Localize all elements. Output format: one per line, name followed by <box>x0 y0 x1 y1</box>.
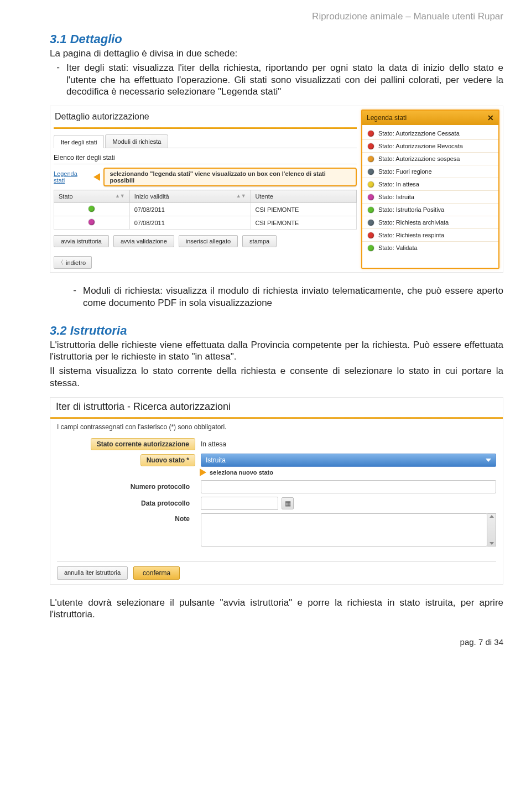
page-footer: pag. 7 di 34 <box>50 637 503 647</box>
section-3-2-p1: L'istruttoria delle richieste viene effe… <box>50 339 503 363</box>
hint-text: seleziona nuovo stato <box>210 469 273 476</box>
legend-item: Stato: In attesa <box>362 178 498 191</box>
bullet-iter-stati: - Iter degli stati: visualizza l'iter de… <box>50 62 503 98</box>
legend-panel-title: Legenda stati <box>367 114 407 122</box>
legend-item: Stato: Istruita <box>362 191 498 204</box>
avvia-istruttoria-button[interactable]: avvia istruttoria <box>54 235 109 247</box>
nuovo-stato-selected: Istruita <box>206 456 226 464</box>
sort-icon: ▲▼ <box>236 193 246 199</box>
legend-item: Stato: Validata <box>362 242 498 254</box>
status-dot-icon <box>368 194 374 200</box>
tab-moduli-richiesta[interactable]: Moduli di richiesta <box>105 134 168 148</box>
separator <box>57 561 496 562</box>
close-icon[interactable]: ✕ <box>487 113 494 122</box>
legend-item: Stato: Autorizzazione Cessata <box>362 127 498 140</box>
arrow-left-icon <box>93 173 100 181</box>
tab-bar: Iter degli stati Moduli di richiesta <box>54 134 357 148</box>
status-dot-icon <box>368 245 374 251</box>
note-textarea[interactable] <box>201 513 487 546</box>
section-3-1-heading: 3.1 Dettaglio <box>50 32 503 46</box>
scrollbar[interactable] <box>487 513 496 546</box>
nuovo-stato-select[interactable]: Istruita <box>201 454 496 467</box>
bullet-dash: - <box>50 62 66 98</box>
status-dot-icon <box>368 169 374 175</box>
legend-item: Stato: Richiesta archiviata <box>362 216 498 229</box>
status-dot-icon <box>368 131 374 137</box>
form-title: Iter di istruttoria - Ricerca autorizzaz… <box>50 398 503 417</box>
status-dot-icon <box>368 220 374 226</box>
sort-icon: ▲▼ <box>115 193 125 199</box>
section-3-2-p2: Il sistema visualizza lo stato corrente … <box>50 365 503 389</box>
callout-legenda: selezionando "legenda stati" viene visua… <box>103 168 357 186</box>
section-3-1-intro: La pagina di dettaglio è divisa in due s… <box>50 48 503 60</box>
col-utente[interactable]: Utente <box>251 190 356 203</box>
numero-protocollo-input[interactable] <box>201 480 496 493</box>
legend-item: Stato: Richiesta respinta <box>362 229 498 242</box>
annulla-button[interactable]: annulla iter istruttoria <box>57 566 128 580</box>
stampa-button[interactable]: stampa <box>242 235 277 247</box>
indietro-label: indietro <box>66 259 86 266</box>
tab-iter-stati[interactable]: Iter degli stati <box>54 135 104 148</box>
chevron-down-icon <box>486 459 491 462</box>
mandatory-note: I campi contrassegnati con l'asterisco (… <box>50 422 503 436</box>
section-3-2-heading: 3.2 Istruttoria <box>50 324 503 338</box>
status-dot-icon <box>88 206 95 212</box>
col-stato[interactable]: Stato▲▼ <box>54 190 130 203</box>
closing-paragraph: L'utente dovrà selezionare il pulsante "… <box>50 597 503 621</box>
status-dot-icon <box>368 207 374 213</box>
action-button-row: avvia istruttoria avvia validazione inse… <box>54 235 357 247</box>
label-data-protocollo: Data protocollo <box>136 498 195 509</box>
iter-table: Stato▲▼ Inizio validità▲▼ Utente 07/08/2… <box>54 190 357 230</box>
hint-row: seleziona nuovo stato <box>50 469 503 478</box>
data-protocollo-input[interactable] <box>201 497 278 510</box>
status-dot-icon <box>368 181 374 188</box>
row-note: Note <box>50 512 503 548</box>
doc-header: Riproduzione animale – Manuale utenti Ru… <box>50 11 503 22</box>
label-note: Note <box>169 513 195 524</box>
table-row: 07/08/2011 CSI PIEMONTE <box>54 203 357 216</box>
bullet-moduli-richiesta: - Moduli di richiesta: visualizza il mod… <box>66 285 503 309</box>
status-dot-icon <box>88 219 95 225</box>
label-nuovo-stato: Nuovo stato * <box>140 454 195 466</box>
accent-bar <box>54 127 357 129</box>
chevron-up-icon <box>490 515 494 518</box>
legend-item: Stato: Autorizzazione Revocata <box>362 140 498 153</box>
cell-user: CSI PIEMONTE <box>251 216 356 230</box>
bullet-dash: - <box>66 285 83 309</box>
accent-bar <box>50 417 503 419</box>
screenshot-iter-istruttoria: Iter di istruttoria - Ricerca autorizzaz… <box>50 397 503 585</box>
col-inizio[interactable]: Inizio validità▲▼ <box>129 190 251 203</box>
legenda-stati-panel: Legenda stati ✕ Stato: Autorizzazione Ce… <box>361 110 499 269</box>
inserisci-allegato-button[interactable]: inserisci allegato <box>179 235 238 247</box>
chevron-left-icon: 〈 <box>58 258 64 267</box>
arrow-right-icon <box>200 469 206 476</box>
elenco-label: Elenco iter degli stati <box>54 154 357 164</box>
panel-title: Dettaglio autorizzazione <box>54 110 357 127</box>
label-numero-protocollo: Numero protocollo <box>125 481 195 492</box>
legend-item: Stato: Istruttoria Positiva <box>362 204 498 216</box>
indietro-button[interactable]: 〈 indietro <box>54 256 92 269</box>
bullet-text: Iter degli stati: visualizza l'iter dell… <box>66 62 503 98</box>
row-nuovo-stato: Nuovo stato * Istruita <box>50 452 503 469</box>
chevron-down-icon <box>490 542 494 545</box>
status-dot-icon <box>368 232 374 238</box>
status-dot-icon <box>368 143 374 149</box>
cell-date: 07/08/2011 <box>129 216 251 230</box>
calendar-icon[interactable]: ▦ <box>282 497 294 509</box>
row-numero-protocollo: Numero protocollo <box>50 478 503 495</box>
row-stato-corrente: Stato corrente autorizzazione In attesa <box>50 436 503 452</box>
conferma-button[interactable]: conferma <box>133 566 180 580</box>
form-button-row: annulla iter istruttoria conferma <box>50 566 503 581</box>
cell-date: 07/08/2011 <box>129 203 251 216</box>
avvia-validazione-button[interactable]: avvia validazione <box>113 235 174 247</box>
value-stato-corrente: In attesa <box>201 440 496 448</box>
label-stato-corrente: Stato corrente autorizzazione <box>91 438 195 450</box>
bullet-text: Moduli di richiesta: visualizza il modul… <box>83 285 503 309</box>
legend-list: Stato: Autorizzazione Cessata Stato: Aut… <box>362 125 498 256</box>
row-data-protocollo: Data protocollo ▦ <box>50 495 503 512</box>
screenshot-dettaglio-autorizzazione: Dettaglio autorizzazione Iter degli stat… <box>50 106 503 273</box>
legenda-stati-link[interactable]: Legenda stati <box>54 170 90 184</box>
legend-item: Stato: Autorizzazione sospesa <box>362 153 498 165</box>
legend-item: Stato: Fuori regione <box>362 165 498 178</box>
cell-user: CSI PIEMONTE <box>251 203 356 216</box>
